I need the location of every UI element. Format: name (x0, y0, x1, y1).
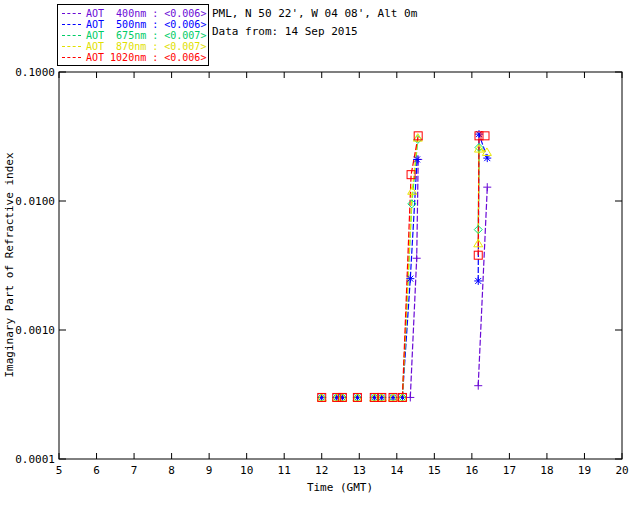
y-tick-label: 0.1000 (15, 66, 55, 79)
legend-line-sample (62, 13, 81, 14)
legend-entry-1: AOT 500nm : <0.006> (62, 19, 206, 30)
legend-entry-label: AOT 500nm : <0.006> (86, 19, 206, 30)
legend-line-sample (62, 24, 81, 25)
x-tick-label: 10 (240, 464, 253, 477)
header-line1: PML, N 50 22', W 04 08', Alt 0m (212, 7, 418, 20)
legend-line-sample (62, 46, 81, 47)
series-line-1020nm (478, 136, 479, 255)
x-tick-label: 11 (278, 464, 291, 477)
legend-entry-label: AOT 400nm : <0.006> (86, 8, 206, 19)
x-tick-label: 19 (578, 464, 591, 477)
x-tick-label: 20 (615, 464, 628, 477)
x-tick-label: 16 (465, 464, 478, 477)
legend-entry-3: AOT 870nm : <0.007> (62, 41, 206, 52)
marker-asterisk (474, 277, 482, 285)
x-tick-label: 8 (168, 464, 175, 477)
x-tick-label: 7 (131, 464, 138, 477)
marker-asterisk (406, 275, 414, 283)
legend-line-sample (62, 57, 81, 58)
legend-entry-0: AOT 400nm : <0.006> (62, 8, 206, 19)
y-tick-label: 0.0001 (15, 453, 55, 466)
x-tick-label: 13 (353, 464, 366, 477)
marker-plus (413, 254, 421, 262)
series-line-400nm (478, 187, 487, 386)
marker-plus (483, 183, 491, 191)
x-tick-label: 18 (540, 464, 553, 477)
legend-entry-2: AOT 675nm : <0.007> (62, 30, 206, 41)
x-tick-label: 17 (503, 464, 516, 477)
marker-asterisk (475, 130, 483, 138)
x-tick-label: 6 (93, 464, 100, 477)
legend-line-sample (62, 35, 81, 36)
marker-asterisk (413, 155, 421, 163)
x-tick-label: 15 (428, 464, 441, 477)
plot-data (317, 130, 491, 401)
plot-window: 5678910111213141516171819200.10000.01000… (0, 0, 640, 512)
x-axis-label: Time (GMT) (307, 481, 373, 494)
x-tick-label: 5 (56, 464, 63, 477)
legend-entry-4: AOT 1020nm : <0.006> (62, 52, 206, 63)
x-tick-label: 9 (206, 464, 213, 477)
legend-entry-label: AOT 870nm : <0.007> (86, 41, 206, 52)
chart-canvas: 5678910111213141516171819200.10000.01000… (0, 0, 640, 512)
marker-square (481, 132, 489, 140)
y-tick-label: 0.0100 (15, 195, 55, 208)
y-axis-label: Imaginary Part of Refractive index (3, 152, 16, 378)
marker-plus (406, 393, 414, 401)
legend-entry-label: AOT 1020nm : <0.006> (86, 52, 206, 63)
marker-plus (474, 382, 482, 390)
x-tick-label: 14 (390, 464, 404, 477)
legend-box: AOT 400nm : <0.006>AOT 500nm : <0.006>AO… (57, 4, 209, 66)
axes: 5678910111213141516171819200.10000.01000… (15, 66, 628, 477)
x-tick-label: 12 (315, 464, 328, 477)
header-line2: Data from: 14 Sep 2015 (212, 25, 358, 38)
y-tick-label: 0.0010 (15, 324, 55, 337)
legend-entry-label: AOT 675nm : <0.007> (86, 30, 206, 41)
